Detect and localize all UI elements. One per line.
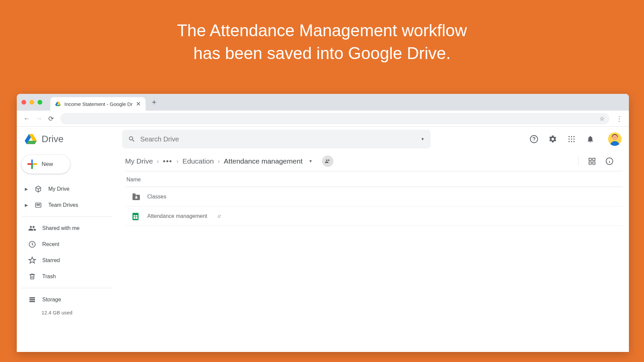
folder-dropdown-icon[interactable]: ▼ <box>307 159 315 164</box>
column-header-name[interactable]: Name <box>125 171 623 187</box>
browser-menu-button[interactable]: ⋮ <box>613 115 625 123</box>
sidebar-label: Trash <box>42 274 56 280</box>
drive-header: Drive ▼ <box>17 127 629 152</box>
reload-button[interactable]: ⟳ <box>45 115 57 123</box>
drive-sidebar: New ▶ My Drive ▶ Team Drives Shared with… <box>17 152 119 352</box>
sidebar-label: Team Drives <box>48 202 78 208</box>
sidebar-nav: ▶ My Drive ▶ Team Drives Shared with me … <box>21 181 119 315</box>
shared-badge-icon <box>217 214 223 219</box>
drive-logo[interactable]: Drive <box>24 132 122 146</box>
sidebar-item-trash[interactable]: Trash <box>21 268 119 285</box>
window-close-button[interactable] <box>21 100 26 105</box>
my-drive-icon <box>34 185 42 193</box>
recent-icon <box>28 240 36 248</box>
sidebar-divider <box>21 217 112 217</box>
trash-icon <box>28 273 36 281</box>
starred-icon <box>28 256 36 264</box>
svg-point-1 <box>534 140 534 141</box>
user-avatar[interactable] <box>608 132 622 146</box>
back-button[interactable]: ← <box>21 115 33 122</box>
help-icon[interactable] <box>530 135 538 143</box>
svg-point-10 <box>574 141 575 142</box>
svg-point-6 <box>571 138 572 140</box>
header-actions <box>530 132 622 146</box>
breadcrumb-mid[interactable]: Education <box>182 157 214 165</box>
banner-line2: has been saved into Google Drive. <box>13 42 631 65</box>
new-tab-button[interactable]: + <box>146 98 162 107</box>
svg-point-7 <box>574 138 575 140</box>
browser-window: Income Statement - Google Dr ✕ + ← → ⟳ ☆… <box>17 94 629 352</box>
sidebar-item-team-drives[interactable]: ▶ Team Drives <box>21 197 119 213</box>
browser-toolbar: ← → ⟳ ☆ ⋮ <box>17 111 629 127</box>
address-bar[interactable]: ☆ <box>60 113 609 124</box>
file-name: Attendance management <box>147 213 207 219</box>
svg-point-9 <box>571 141 572 142</box>
grid-view-icon[interactable] <box>588 157 596 165</box>
svg-point-2 <box>569 136 570 137</box>
drive-tab-icon <box>55 101 61 107</box>
forward-button[interactable]: → <box>33 115 45 122</box>
breadcrumb-current[interactable]: Attendance management <box>224 157 303 165</box>
settings-icon[interactable] <box>548 135 557 143</box>
expand-icon[interactable]: ▶ <box>24 187 28 191</box>
sidebar-item-recent[interactable]: Recent <box>21 236 119 252</box>
banner-title: The Attendance Management workflow has b… <box>0 0 644 65</box>
shared-icon <box>28 224 36 232</box>
info-icon[interactable] <box>605 157 613 165</box>
svg-rect-16 <box>30 299 35 300</box>
plus-icon <box>28 160 37 169</box>
file-row-sheet[interactable]: Attendance management <box>125 206 623 226</box>
drive-main: My Drive › ••• › Education › Attendance … <box>119 152 629 352</box>
breadcrumb-overflow[interactable]: ••• <box>163 157 172 165</box>
svg-rect-17 <box>30 301 35 302</box>
apps-grid-icon[interactable] <box>567 135 576 143</box>
sidebar-item-shared[interactable]: Shared with me <box>21 220 119 236</box>
new-button-label: New <box>42 161 53 168</box>
new-button[interactable]: New <box>21 155 70 174</box>
storage-icon <box>28 296 36 304</box>
chevron-right-icon: › <box>218 158 220 165</box>
browser-tab[interactable]: Income Statement - Google Dr ✕ <box>50 97 146 111</box>
breadcrumb-root[interactable]: My Drive <box>125 157 153 165</box>
folder-share-icon[interactable] <box>322 156 333 167</box>
notifications-icon[interactable] <box>586 135 595 143</box>
sidebar-item-starred[interactable]: Starred <box>21 252 119 268</box>
file-name: Classes <box>147 194 166 200</box>
sidebar-item-my-drive[interactable]: ▶ My Drive <box>21 181 119 197</box>
sheets-icon <box>132 213 140 220</box>
search-options-dropdown-icon[interactable]: ▼ <box>421 137 425 141</box>
chevron-right-icon: › <box>157 158 159 165</box>
search-icon <box>128 135 136 143</box>
folder-icon <box>132 193 140 200</box>
banner-line1: The Attendance Management workflow <box>13 19 631 42</box>
team-drives-icon <box>34 201 42 209</box>
sidebar-label: Starred <box>42 257 60 263</box>
svg-rect-18 <box>589 158 591 161</box>
search-input[interactable] <box>140 135 416 143</box>
search-box[interactable]: ▼ <box>122 130 431 148</box>
sidebar-label: Storage <box>42 297 61 303</box>
sidebar-item-storage[interactable]: Storage <box>21 292 119 308</box>
bookmark-star-icon[interactable]: ☆ <box>599 115 605 122</box>
breadcrumb: My Drive › ••• › Education › Attendance … <box>125 156 333 167</box>
window-minimize-button[interactable] <box>30 100 34 105</box>
window-maximize-button[interactable] <box>38 100 42 105</box>
svg-point-8 <box>569 141 570 142</box>
chevron-right-icon: › <box>176 158 178 165</box>
drive-content: New ▶ My Drive ▶ Team Drives Shared with… <box>17 152 629 352</box>
sidebar-label: Shared with me <box>42 225 79 231</box>
svg-point-13 <box>39 204 40 205</box>
svg-point-3 <box>571 136 572 137</box>
sidebar-label: My Drive <box>48 186 69 192</box>
svg-rect-19 <box>593 158 595 161</box>
storage-used-text: 12.4 GB used <box>21 310 119 315</box>
expand-icon[interactable]: ▶ <box>24 203 28 207</box>
svg-point-5 <box>569 138 570 140</box>
window-traffic-lights <box>21 100 50 105</box>
svg-rect-20 <box>589 162 591 164</box>
file-row-folder[interactable]: Classes <box>125 187 623 206</box>
drive-product-name: Drive <box>42 134 63 144</box>
svg-point-4 <box>574 136 575 137</box>
tab-close-icon[interactable]: ✕ <box>136 100 141 108</box>
svg-rect-21 <box>593 162 595 164</box>
